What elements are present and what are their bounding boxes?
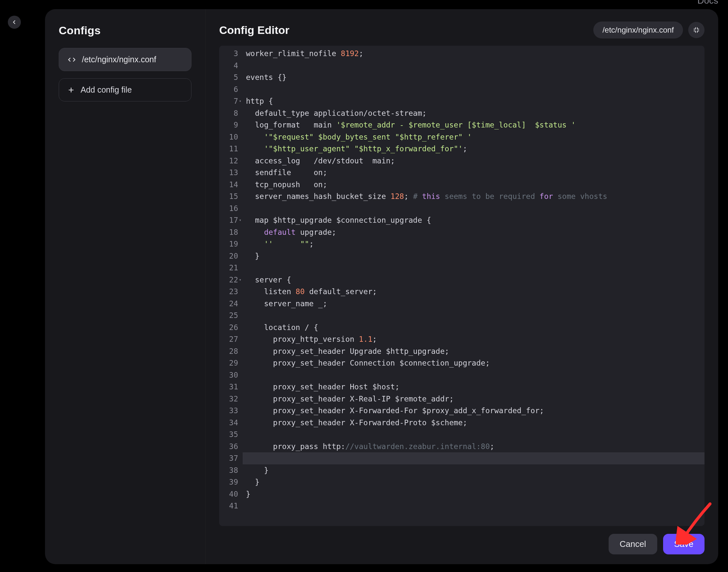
- line-number: 25: [219, 309, 238, 321]
- line-number: 15: [219, 191, 238, 203]
- line-number: 9: [219, 119, 238, 131]
- line-number: 35: [219, 429, 238, 441]
- code-line[interactable]: }: [243, 488, 705, 500]
- line-number: 24: [219, 298, 238, 310]
- add-config-label: Add config file: [81, 85, 132, 94]
- back-button[interactable]: [8, 16, 21, 29]
- code-line[interactable]: location / {: [243, 321, 705, 334]
- line-number: 30: [219, 369, 238, 381]
- line-number: 37: [219, 452, 238, 464]
- code-line[interactable]: server {: [243, 274, 705, 286]
- editor-title: Config Editor: [219, 24, 289, 37]
- line-number: 21: [219, 262, 238, 274]
- line-number: 26: [219, 321, 238, 334]
- code-line[interactable]: '"$request" $body_bytes_sent "$http_refe…: [243, 131, 705, 143]
- plus-icon: [68, 86, 75, 93]
- code-line[interactable]: default upgrade;: [243, 226, 705, 238]
- code-line[interactable]: proxy_set_header Host $host;: [243, 381, 705, 393]
- code-line[interactable]: log_format main '$remote_addr - $remote_…: [243, 119, 705, 131]
- arrow-left-icon: [11, 19, 17, 25]
- code-line[interactable]: proxy_http_version 1.1;: [243, 333, 705, 345]
- collapse-icon: [693, 26, 700, 33]
- add-config-button[interactable]: Add config file: [59, 78, 192, 101]
- editor-footer: Cancel Save: [219, 534, 705, 554]
- line-number: 3: [219, 48, 238, 60]
- code-line[interactable]: [243, 83, 705, 95]
- code-line[interactable]: [243, 309, 705, 321]
- code-line[interactable]: map $http_upgrade $connection_upgrade {: [243, 214, 705, 226]
- code-line[interactable]: http {: [243, 95, 705, 107]
- code-line[interactable]: worker_rlimit_nofile 8192;: [243, 48, 705, 60]
- code-line[interactable]: '' "";: [243, 238, 705, 250]
- line-number: 14: [219, 179, 238, 191]
- code-line[interactable]: default_type application/octet-stream;: [243, 107, 705, 119]
- code-line[interactable]: [243, 60, 705, 72]
- line-number: 10: [219, 131, 238, 143]
- code-line[interactable]: [243, 369, 705, 381]
- code-line[interactable]: server_names_hash_bucket_size 128; # thi…: [243, 191, 705, 203]
- line-number: 7▾: [219, 95, 238, 107]
- fold-marker-icon[interactable]: ▾: [239, 274, 241, 286]
- line-number: 36: [219, 441, 238, 453]
- code-line[interactable]: access_log /dev/stdout main;: [243, 155, 705, 167]
- sidebar-title: Configs: [59, 24, 192, 37]
- line-number: 28: [219, 345, 238, 357]
- line-number: 17▾: [219, 214, 238, 226]
- code-line[interactable]: listen 80 default_server;: [243, 286, 705, 298]
- code-line[interactable]: [243, 429, 705, 441]
- fold-marker-icon[interactable]: ▾: [239, 95, 241, 107]
- code-line[interactable]: proxy_pass http://vaultwarden.zeabur.int…: [243, 441, 705, 453]
- fold-marker-icon[interactable]: ▾: [239, 214, 241, 226]
- code-line[interactable]: proxy_set_header Connection $connection_…: [243, 357, 705, 369]
- line-number: 41: [219, 500, 238, 512]
- line-number: 11: [219, 143, 238, 155]
- code-icon: [68, 56, 76, 64]
- code-line[interactable]: [243, 452, 705, 464]
- code-line[interactable]: proxy_set_header X-Forwarded-Proto $sche…: [243, 417, 705, 429]
- code-line[interactable]: proxy_set_header Upgrade $http_upgrade;: [243, 345, 705, 357]
- code-line[interactable]: '"$http_user_agent" "$http_x_forwarded_f…: [243, 143, 705, 155]
- line-number: 27: [219, 333, 238, 345]
- sidebar: Configs /etc/nginx/nginx.conf Add config…: [45, 9, 206, 564]
- code-line[interactable]: [243, 500, 705, 512]
- line-number: 12: [219, 155, 238, 167]
- code-line[interactable]: }: [243, 476, 705, 488]
- code-line[interactable]: server_name _;: [243, 298, 705, 310]
- line-number: 32: [219, 393, 238, 405]
- collapse-button[interactable]: [688, 22, 705, 38]
- line-number: 6: [219, 83, 238, 95]
- editor-main: Config Editor /etc/nginx/nginx.conf 3456…: [206, 9, 718, 564]
- line-number: 16: [219, 203, 238, 215]
- line-number: 4: [219, 60, 238, 72]
- code-line[interactable]: proxy_set_header X-Forwarded-For $proxy_…: [243, 405, 705, 417]
- config-panel: Configs /etc/nginx/nginx.conf Add config…: [45, 9, 718, 564]
- code-line[interactable]: }: [243, 464, 705, 477]
- line-number: 33: [219, 405, 238, 417]
- code-editor[interactable]: 34567▾891011121314151617▾1819202122▾2324…: [219, 46, 705, 526]
- code-line[interactable]: }: [243, 250, 705, 262]
- line-number: 19: [219, 238, 238, 250]
- file-path-pill[interactable]: /etc/nginx/nginx.conf: [593, 21, 683, 39]
- line-number: 40: [219, 488, 238, 500]
- line-number: 38: [219, 464, 238, 477]
- line-number: 31: [219, 381, 238, 393]
- line-number: 22▾: [219, 274, 238, 286]
- line-number: 29: [219, 357, 238, 369]
- code-line[interactable]: [243, 203, 705, 215]
- code-line[interactable]: tcp_nopush on;: [243, 179, 705, 191]
- code-line[interactable]: events {}: [243, 71, 705, 83]
- code-line[interactable]: proxy_set_header X-Real-IP $remote_addr;: [243, 393, 705, 405]
- code-line[interactable]: [243, 262, 705, 274]
- line-number: 34: [219, 417, 238, 429]
- config-file-item[interactable]: /etc/nginx/nginx.conf: [59, 48, 192, 71]
- save-button[interactable]: Save: [663, 534, 705, 554]
- line-number: 20: [219, 250, 238, 262]
- code-line[interactable]: sendfile on;: [243, 167, 705, 179]
- cancel-button[interactable]: Cancel: [609, 534, 657, 554]
- line-number: 18: [219, 226, 238, 238]
- line-number: 13: [219, 167, 238, 179]
- docs-link-cropped: Docs: [697, 0, 718, 6]
- line-number: 23: [219, 286, 238, 298]
- config-file-label: /etc/nginx/nginx.conf: [82, 55, 156, 64]
- line-number: 8: [219, 107, 238, 119]
